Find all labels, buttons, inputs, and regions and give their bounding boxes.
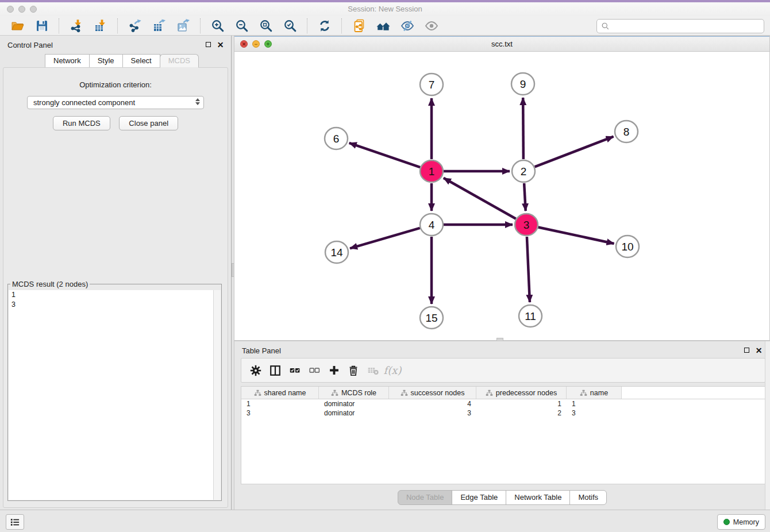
export-image-icon[interactable] [175,17,192,34]
export-table-icon[interactable] [151,17,168,34]
cell-shared-name[interactable]: 1 [241,399,319,408]
run-mcds-button[interactable]: Run MCDS [53,116,110,130]
task-history-button[interactable] [6,514,24,530]
node-6[interactable]: 6 [325,128,348,149]
node-15[interactable]: 15 [420,307,443,329]
tab-mcds[interactable]: MCDS [160,54,199,68]
memory-status-icon [723,519,730,525]
node-2[interactable]: 2 [512,160,535,182]
node-14[interactable]: 14 [325,241,348,263]
edge-2-9[interactable] [523,98,523,159]
optimization-criterion-label: Optimization criterion: [3,80,228,89]
tab-motifs[interactable]: Motifs [569,490,607,505]
function-icon: f(x) [383,361,402,380]
column-header-MCDS-role[interactable]: MCDS role [319,387,389,399]
cell-predecessor-nodes[interactable]: 2 [476,408,567,418]
cell-successor-nodes[interactable]: 3 [389,408,476,418]
network-window: ✕ − + scc.txt 1234678910111415 [234,36,770,341]
cell-name[interactable]: 1 [567,399,622,408]
tab-edge-table[interactable]: Edge Table [452,490,506,505]
memory-button[interactable]: Memory [717,514,765,530]
node-table: shared nameMCDS rolesuccessor nodesprede… [241,386,765,484]
svg-text:1: 1 [429,165,435,178]
cell-MCDS-role[interactable]: dominator [319,399,389,408]
table-row[interactable]: 1dominator411 [241,399,765,408]
show-eye-icon [423,17,440,34]
control-panel-tabs: NetworkStyleSelectMCDS [0,54,231,68]
node-10[interactable]: 10 [616,236,639,257]
float-table-panel-icon[interactable] [743,346,750,354]
zoom-in-icon[interactable] [209,17,226,34]
table-panel: Table Panel ✕ f(x) shared nameMCDS roles… [234,341,770,510]
node-4[interactable]: 4 [420,214,443,236]
node-3[interactable]: 3 [515,214,538,236]
deselect-all-icon[interactable] [305,361,324,380]
import-network-icon[interactable] [68,17,85,34]
node-1[interactable]: 1 [420,160,443,182]
status-bar: Memory [0,510,770,532]
tab-select[interactable]: Select [122,54,160,68]
import-table-icon[interactable] [92,17,109,34]
network-title: scc.txt [234,40,769,48]
edge-1-6[interactable] [349,143,420,167]
network-canvas[interactable]: 1234678910111415 [234,51,769,340]
close-panel-button[interactable]: Close panel [119,116,178,130]
columns-icon[interactable] [265,361,285,380]
edge-3-11[interactable] [527,237,530,302]
cell-successor-nodes[interactable]: 4 [389,399,476,408]
cell-shared-name[interactable]: 3 [241,408,319,418]
network-window-titlebar: ✕ − + scc.txt [234,36,769,52]
table-panel-header: Table Panel ✕ [234,341,769,357]
tab-network-table[interactable]: Network Table [506,490,570,505]
tab-style[interactable]: Style [89,54,123,68]
svg-text:6: 6 [333,133,340,145]
tab-node-table[interactable]: Node Table [398,490,453,505]
float-panel-icon[interactable] [205,41,212,48]
cell-predecessor-nodes[interactable]: 1 [476,399,567,408]
save-icon[interactable] [33,17,51,34]
result-scrollbar[interactable] [213,290,221,500]
zoom-selected-icon[interactable] [282,17,299,34]
table-row[interactable]: 3dominator323 [241,408,765,418]
node-11[interactable]: 11 [519,305,542,327]
column-header-predecessor-nodes[interactable]: predecessor nodes [476,387,567,399]
delete-table-icon [363,361,383,380]
edge-4-14[interactable] [350,228,420,248]
memory-label: Memory [733,518,759,526]
edge-2-3[interactable] [524,183,526,211]
open-file-icon[interactable] [9,17,26,34]
table-scrollbar[interactable] [765,341,770,510]
svg-text:15: 15 [425,312,437,324]
edge-3-1[interactable] [444,178,516,219]
export-network-icon[interactable] [126,17,144,34]
add-icon[interactable] [324,361,344,380]
zoom-fit-icon[interactable] [257,17,275,34]
zoom-out-icon[interactable] [233,17,251,34]
optimization-criterion-select[interactable]: strongly connected component [27,96,204,109]
trash-icon[interactable] [344,361,363,380]
node-7[interactable]: 7 [420,74,443,95]
dropdown-value: strongly connected component [33,98,135,107]
refresh-icon[interactable] [316,17,333,34]
column-header-shared-name[interactable]: shared name [241,387,319,399]
close-panel-icon[interactable]: ✕ [217,41,224,48]
home-icon[interactable] [375,17,392,34]
result-node-id: 1 [9,290,221,300]
cell-name[interactable]: 3 [567,408,622,418]
mcds-panel: Optimization criterion: strongly connect… [3,67,228,508]
gear-icon[interactable] [246,361,265,380]
cell-MCDS-role[interactable]: dominator [319,408,389,418]
search-input[interactable] [612,21,764,32]
first-neighbors-icon[interactable] [351,17,368,34]
hide-eye-icon[interactable] [399,17,416,34]
edge-2-8[interactable] [535,137,614,167]
close-table-panel-icon[interactable]: ✕ [755,346,763,354]
select-all-icon[interactable] [285,361,305,380]
column-header-successor-nodes[interactable]: successor nodes [389,387,476,399]
tab-network[interactable]: Network [45,54,90,68]
search-box[interactable] [596,19,764,33]
node-8[interactable]: 8 [615,121,638,142]
node-9[interactable]: 9 [511,73,534,95]
edge-3-10[interactable] [538,227,614,244]
column-header-name[interactable]: name [567,387,622,399]
